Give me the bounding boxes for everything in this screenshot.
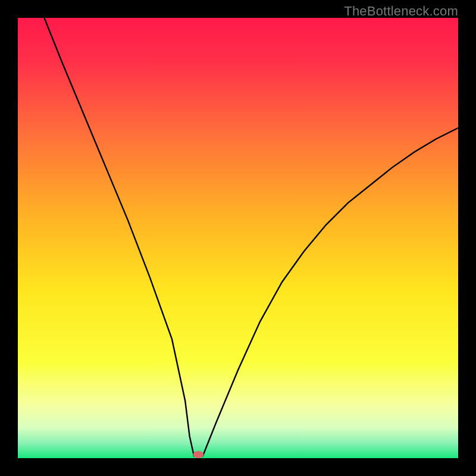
bottleneck-chart bbox=[18, 18, 458, 458]
chart-background bbox=[18, 18, 458, 458]
chart-frame bbox=[18, 18, 458, 458]
watermark-text: TheBottleneck.com bbox=[344, 4, 458, 19]
marker-point bbox=[193, 451, 203, 458]
